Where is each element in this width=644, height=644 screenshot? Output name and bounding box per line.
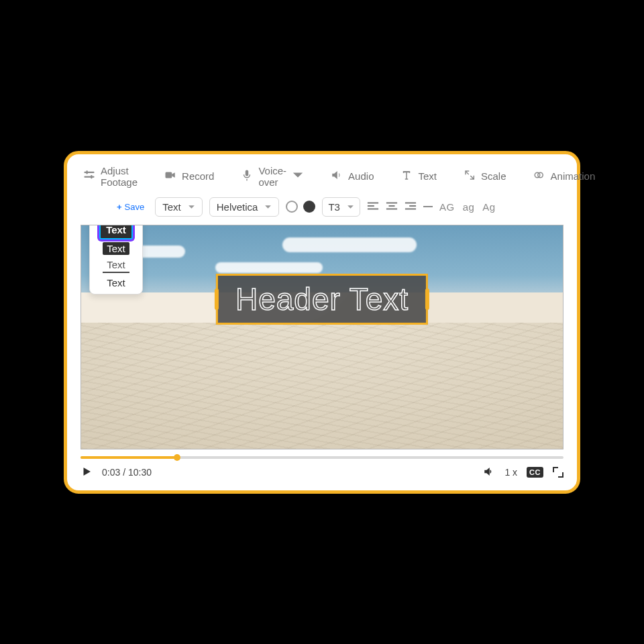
chevron-down-icon [347, 201, 354, 213]
play-button[interactable] [80, 466, 93, 480]
audio-button[interactable]: Audio [331, 169, 374, 183]
microphone-icon [241, 169, 253, 183]
format-toolbar: Save Text Helvetica T3 AG ag Ag [80, 195, 564, 223]
scale-button[interactable]: Scale [464, 169, 506, 183]
dash-icon[interactable] [423, 206, 433, 207]
text-label: Text [418, 170, 437, 182]
alignment-group [367, 201, 417, 213]
time-total: 10:30 [128, 467, 152, 478]
speaker-icon [331, 169, 343, 183]
captions-button[interactable]: CC [527, 467, 543, 478]
color-swatches [286, 201, 315, 213]
text-style-option[interactable]: Text [99, 225, 133, 239]
record-label: Record [182, 170, 214, 182]
text-style-select[interactable]: Text [155, 197, 203, 217]
scale-icon [464, 169, 476, 183]
text-style-popover: Text Text Text Text [89, 225, 143, 294]
volume-button[interactable] [483, 466, 495, 480]
font-size-select-value: T3 [328, 201, 340, 213]
sliders-icon [83, 169, 95, 183]
save-label: Save [125, 202, 145, 212]
voice-over-label: Voice-over [258, 165, 286, 188]
main-toolbar: Adjust Footage Record Voice-over Audio [80, 161, 564, 195]
animation-label: Animation [551, 170, 596, 182]
adjust-footage-button[interactable]: Adjust Footage [83, 165, 138, 188]
text-overlay-box[interactable]: Header Text [216, 274, 428, 325]
svg-rect-1 [85, 176, 95, 178]
text-style-option[interactable]: Text [103, 276, 129, 290]
stroke-color-swatch[interactable] [286, 201, 298, 213]
svg-rect-3 [91, 175, 92, 178]
font-family-select[interactable]: Helvetica [209, 197, 280, 217]
video-preview[interactable]: Header Text Text Text Text Text [80, 225, 564, 449]
text-style-option[interactable]: Text [103, 258, 129, 273]
overlay-text: Header Text [235, 282, 409, 317]
align-right-icon[interactable] [405, 201, 417, 213]
scale-label: Scale [481, 170, 506, 182]
time-elapsed: 0:03 [102, 467, 120, 478]
scrub-row [80, 456, 564, 459]
align-center-icon[interactable] [386, 201, 398, 213]
fullscreen-button[interactable] [553, 467, 564, 478]
svg-rect-5 [246, 170, 249, 176]
preview-cloud [282, 237, 417, 252]
svg-rect-2 [87, 170, 88, 174]
speed-button[interactable]: 1 x [504, 467, 517, 478]
seek-progress [80, 456, 177, 459]
preview-cloud [215, 262, 323, 273]
align-left-icon[interactable] [367, 201, 379, 213]
seek-bar[interactable] [80, 456, 564, 459]
timecode: 0:03 / 10:30 [102, 467, 152, 478]
svg-rect-4 [166, 172, 172, 178]
text-style-select-value: Text [162, 201, 181, 213]
text-style-option[interactable]: Text [103, 242, 129, 255]
animation-button[interactable]: Animation [533, 169, 596, 183]
uppercase-button[interactable]: AG [439, 201, 455, 213]
font-size-select[interactable]: T3 [322, 197, 360, 217]
video-camera-icon [164, 169, 176, 183]
chevron-down-icon [292, 169, 304, 183]
animation-icon [533, 169, 545, 183]
record-button[interactable]: Record [164, 169, 214, 183]
preview-sand [81, 323, 563, 449]
voice-over-button[interactable]: Voice-over [241, 165, 304, 188]
chevron-down-icon [264, 201, 272, 213]
save-button[interactable]: Save [117, 202, 144, 212]
chevron-down-icon [188, 201, 195, 213]
seek-thumb[interactable] [174, 454, 180, 461]
titlecase-button[interactable]: Ag [482, 201, 495, 213]
font-family-select-value: Helvetica [217, 201, 258, 213]
resize-handle-left[interactable] [215, 288, 219, 310]
fill-color-swatch[interactable] [303, 201, 315, 213]
adjust-footage-label: Adjust Footage [101, 165, 138, 188]
lowercase-button[interactable]: ag [463, 201, 475, 213]
resize-handle-right[interactable] [425, 288, 429, 310]
text-case-group: AG ag Ag [439, 201, 496, 213]
svg-rect-0 [85, 172, 95, 173]
audio-label: Audio [348, 170, 374, 182]
player-controls: 0:03 / 10:30 1 x CC [80, 466, 564, 480]
text-button[interactable]: Text [400, 169, 437, 183]
text-icon [400, 169, 413, 183]
video-editor-window: Adjust Footage Record Voice-over Audio [64, 151, 580, 494]
